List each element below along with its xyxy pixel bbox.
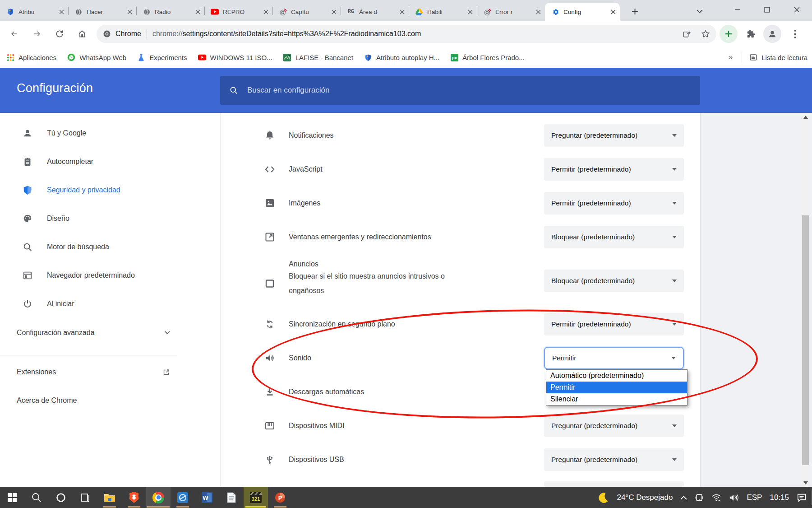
powerpoint-button[interactable]: P xyxy=(268,487,292,508)
sidebar-advanced-toggle[interactable]: Configuración avanzada xyxy=(17,329,170,337)
bookmark-experiments[interactable]: Experiments xyxy=(137,53,187,61)
sidebar-item-motor-busqueda[interactable]: Motor de búsqueda xyxy=(0,234,189,260)
sidebar-item-autocompletar[interactable]: Autocompletar xyxy=(0,149,189,174)
tab-search-chevron-icon[interactable] xyxy=(693,5,706,18)
imagenes-dropdown[interactable]: Permitir (predeterminado) xyxy=(544,192,684,214)
brave-browser-button[interactable] xyxy=(122,487,146,508)
close-tab-icon[interactable] xyxy=(262,8,270,16)
tray-chevron-up-icon[interactable] xyxy=(680,495,687,500)
bookmarks-overflow-chevron[interactable]: » xyxy=(727,53,734,62)
sound-option-silenciar[interactable]: Silenciar xyxy=(546,393,687,405)
back-button[interactable] xyxy=(5,25,23,43)
sidebar-item-seguridad-privacidad[interactable]: Seguridad y privacidad xyxy=(0,177,189,203)
chrome-taskbar-button-active[interactable] xyxy=(146,487,171,508)
sound-option-automatico[interactable]: Automático (predeterminado) xyxy=(546,370,687,382)
new-tab-button[interactable] xyxy=(628,5,641,18)
tab-hacer[interactable]: Hacer xyxy=(68,3,136,21)
file-explorer-button[interactable] xyxy=(97,487,122,508)
settings-search-input[interactable] xyxy=(246,85,664,95)
tab-radio[interactable]: Radio xyxy=(136,3,204,21)
sincronizacion-dropdown[interactable]: Permitir (predeterminado) xyxy=(544,313,684,336)
settings-search-box[interactable] xyxy=(220,76,700,105)
close-tab-icon[interactable] xyxy=(194,8,202,16)
close-tab-icon[interactable] xyxy=(466,8,474,16)
reading-list-button[interactable]: Lista de lectura xyxy=(749,53,807,61)
sound-option-permitir-selected[interactable]: Permitir xyxy=(546,382,687,393)
partial-next-dropdown[interactable] xyxy=(544,481,684,487)
bookmark-star-icon[interactable] xyxy=(701,29,710,38)
tab-area[interactable]: RG Área d xyxy=(341,3,409,21)
extensions-puzzle-icon[interactable] xyxy=(742,25,760,43)
weather-text[interactable]: 24°C Despejado xyxy=(617,493,673,502)
notepad-button[interactable] xyxy=(219,487,244,508)
ventanas-dropdown[interactable]: Bloquear (predeterminado) xyxy=(544,226,684,248)
scroll-down-arrow[interactable] xyxy=(802,479,809,487)
midi-dropdown[interactable]: Preguntar (predeterminado) xyxy=(544,415,684,437)
sonido-dropdown-focused[interactable]: Permitir xyxy=(544,347,684,369)
wifi-icon[interactable] xyxy=(711,494,721,502)
setting-label: Dispositivos USB xyxy=(289,443,344,476)
close-tab-icon[interactable] xyxy=(398,8,406,16)
sidebar-item-diseno[interactable]: Diseño xyxy=(0,206,189,231)
sidebar-item-al-iniciar[interactable]: Al iniciar xyxy=(0,291,189,317)
sidebar-item-navegador-predeterminado[interactable]: Navegador predeterminado xyxy=(0,263,189,288)
bookmark-windows-iso[interactable]: WINDOWS 11 ISO... xyxy=(198,53,272,61)
clock[interactable]: 10:15 xyxy=(770,493,789,502)
forward-button[interactable] xyxy=(28,25,46,43)
sidebar-item-tu-y-google[interactable]: Tú y Google xyxy=(0,121,189,146)
bookmark-lafise[interactable]: LAFISE - Bancanet xyxy=(283,53,353,61)
close-tab-icon[interactable] xyxy=(57,8,65,16)
tab-configuracion-active[interactable]: Config xyxy=(545,3,620,21)
word-button[interactable]: W xyxy=(195,487,219,508)
bookmark-whatsapp[interactable]: WhatsApp Web xyxy=(67,53,126,61)
setting-label: Imágenes xyxy=(289,186,320,220)
close-tab-icon[interactable] xyxy=(125,8,134,16)
notification-center-icon[interactable] xyxy=(797,493,807,503)
tab-atributo[interactable]: Atribu xyxy=(0,3,68,21)
profile-avatar[interactable] xyxy=(763,25,781,43)
update-plus-icon[interactable] xyxy=(720,25,738,43)
scroll-up-arrow[interactable] xyxy=(802,113,809,121)
share-icon[interactable] xyxy=(683,30,691,38)
blue-app-button[interactable] xyxy=(171,487,195,508)
tab-habilitar[interactable]: Habili xyxy=(409,3,477,21)
volume-icon[interactable] xyxy=(729,493,739,502)
usb-dropdown[interactable]: Preguntar (predeterminado) xyxy=(544,448,684,471)
close-tab-icon[interactable] xyxy=(534,8,542,16)
tab-repro[interactable]: REPRO xyxy=(204,3,272,21)
window-minimize-button[interactable] xyxy=(723,0,752,19)
close-tab-icon[interactable] xyxy=(609,8,617,16)
tab-error[interactable]: Error r xyxy=(477,3,545,21)
media-player-classic-button[interactable]: 321 xyxy=(244,487,268,508)
page-scrollbar[interactable] xyxy=(802,113,809,487)
cortana-button[interactable] xyxy=(49,487,73,508)
sidebar-item-extensiones[interactable]: Extensiones xyxy=(17,368,170,376)
sidebar-item-acerca-de-chrome[interactable]: Acerca de Chrome xyxy=(17,396,77,405)
tab-capitulo[interactable]: Capítu xyxy=(272,3,341,21)
bookmark-atributo-autoplay[interactable]: Atributo autoplay H... xyxy=(364,53,439,61)
taskbar-search-button[interactable] xyxy=(24,487,49,508)
weather-temp: 24°C xyxy=(617,493,634,502)
reload-button[interactable] xyxy=(51,25,69,43)
tab-strip: Atribu Hacer Radio REPRO Capítu RG Área … xyxy=(0,0,812,21)
bookmark-apps[interactable]: Aplicaciones xyxy=(6,53,56,61)
menu-kebab-icon[interactable] xyxy=(786,25,804,43)
bookmarks-bar: Aplicaciones WhatsApp Web Experiments WI… xyxy=(0,47,812,68)
javascript-dropdown[interactable]: Permitir (predeterminado) xyxy=(544,158,684,181)
cast-device-icon[interactable] xyxy=(695,493,704,502)
anuncios-dropdown[interactable]: Bloquear (predeterminado) xyxy=(544,270,684,292)
bookmark-arbol-flores[interactable]: px Árbol Flores Prado... xyxy=(450,53,525,61)
close-tab-icon[interactable] xyxy=(330,8,338,16)
home-button[interactable] xyxy=(73,25,91,43)
window-close-button[interactable] xyxy=(782,0,811,19)
notificaciones-dropdown[interactable]: Preguntar (predeterminado) xyxy=(544,124,684,147)
dropdown-value: Bloquear (predeterminado) xyxy=(551,233,635,241)
address-bar[interactable]: Chrome chrome://settings/content/siteDet… xyxy=(97,25,716,43)
weather-moon-icon[interactable] xyxy=(597,492,609,503)
rg-favicon-icon: RG xyxy=(347,8,355,16)
task-view-button[interactable] xyxy=(73,487,97,508)
start-button[interactable] xyxy=(0,487,24,508)
window-maximize-button[interactable] xyxy=(752,0,781,19)
language-indicator[interactable]: ESP xyxy=(747,493,762,502)
scrollbar-thumb[interactable] xyxy=(802,215,809,465)
